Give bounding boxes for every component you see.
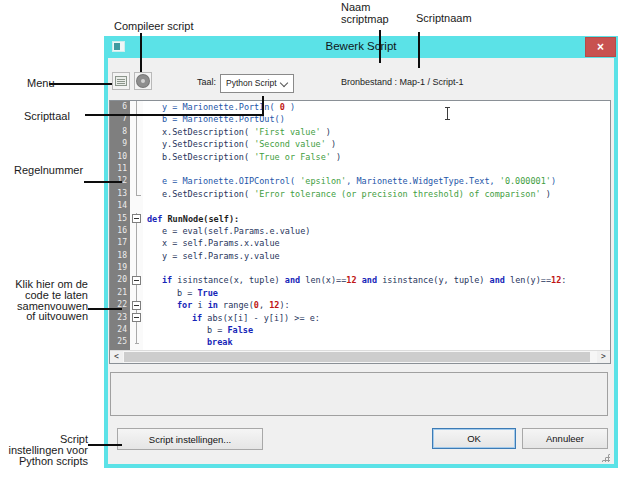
annotation-folder-name-line2: scriptmap xyxy=(341,13,389,25)
code-text: y.SetDescription( 'Second value' ) xyxy=(143,138,336,150)
menu-icon xyxy=(115,76,127,86)
code-line[interactable]: 17x = self.Params.x.value xyxy=(110,237,610,249)
line-number: 9 xyxy=(110,138,130,150)
code-line[interactable]: 23if abs(x[i] - y[i]) >= e: xyxy=(110,312,610,324)
code-line[interactable]: 21b = True xyxy=(110,287,610,299)
output-panel xyxy=(110,372,608,416)
source-file-label: Bronbestand : Map-1 / Script-1 xyxy=(341,77,464,87)
code-line[interactable]: 19 xyxy=(110,262,610,274)
code-line[interactable]: 9y.SetDescription( 'Second value' ) xyxy=(110,138,610,150)
code-line[interactable]: 15def RunNode(self): xyxy=(110,213,610,225)
language-label: Taal: xyxy=(166,77,216,87)
code-text: e.SetDescription( 'Error tolerance (or p… xyxy=(143,188,551,200)
line-number: 6 xyxy=(110,101,130,113)
fold-marker xyxy=(130,225,143,237)
code-line[interactable]: 14 xyxy=(110,200,610,212)
fold-marker xyxy=(130,163,143,175)
annotation-settings-hint-line3: Python scripts xyxy=(0,456,88,467)
dialog-title: Bewerk Script xyxy=(104,40,618,52)
fold-marker xyxy=(130,138,143,150)
line-number: 16 xyxy=(110,225,130,237)
fold-toggle-icon[interactable] xyxy=(130,274,143,286)
fold-toggle-icon[interactable] xyxy=(130,312,143,324)
horizontal-scrollbar[interactable]: < > xyxy=(110,350,610,363)
fold-toggle-icon[interactable] xyxy=(130,213,143,225)
cancel-button[interactable]: Annuleer xyxy=(522,428,608,449)
chevron-down-icon xyxy=(280,79,288,87)
callout-line-folder-name xyxy=(379,30,381,63)
annotation-settings-hint: Script instellingen voor Python scripts xyxy=(0,434,88,466)
line-number: 21 xyxy=(110,287,130,299)
menu-button[interactable] xyxy=(112,72,130,90)
fold-marker xyxy=(130,250,143,262)
line-number: 17 xyxy=(110,237,130,249)
code-line[interactable]: 8x.SetDescription( 'First value' ) xyxy=(110,126,610,138)
code-text: for i in range(0, 12): xyxy=(143,299,290,311)
code-line[interactable]: 13e.SetDescription( 'Error tolerance (or… xyxy=(110,188,610,200)
code-line[interactable]: 20if isinstance(x, tuple) and len(x)==12… xyxy=(110,274,610,286)
annotation-script-name: Scriptnaam xyxy=(416,12,472,24)
annotation-folder-name-line1: Naam xyxy=(341,1,389,13)
callout-line-language-vertical xyxy=(262,96,264,116)
code-line[interactable]: 22for i in range(0, 12): xyxy=(110,299,610,311)
fold-marker xyxy=(130,126,143,138)
annotation-menu: Menu xyxy=(27,77,55,89)
fold-marker xyxy=(130,336,143,348)
code-text: break xyxy=(143,336,233,348)
code-text: if isinstance(x, tuple) and len(x)==12 a… xyxy=(143,274,566,286)
annotation-fold-hint: Klik hier om de code te laten samenvouwe… xyxy=(4,279,88,322)
line-number: 24 xyxy=(110,324,130,336)
text-cursor-pointer xyxy=(444,107,451,120)
bewerk-script-dialog: Bewerk Script × Taal: Python Script Bron… xyxy=(104,36,618,468)
script-settings-button[interactable]: Script instellingen... xyxy=(117,428,263,450)
code-line[interactable]: 16e = eval(self.Params.e.value) xyxy=(110,225,610,237)
code-editor[interactable]: 6y = Marionette.PortIn( 0 )7b = Marionet… xyxy=(109,100,611,364)
fold-marker xyxy=(130,200,143,212)
code-line[interactable]: 18y = self.Params.y.value xyxy=(110,250,610,262)
annotation-compile-script: Compileer script xyxy=(114,20,193,32)
code-text: b = False xyxy=(143,324,253,336)
compile-script-button[interactable] xyxy=(134,72,152,90)
line-number: 14 xyxy=(110,200,130,212)
line-number: 11 xyxy=(110,163,130,175)
line-number: 20 xyxy=(110,274,130,286)
annotation-settings-hint-line2: instellingen voor xyxy=(0,445,88,456)
line-number: 19 xyxy=(110,262,130,274)
figure-canvas: Compileer script Naam scriptmap Scriptna… xyxy=(0,0,621,477)
callout-line-compile xyxy=(140,33,142,72)
fold-marker xyxy=(130,175,143,187)
code-text xyxy=(143,200,147,212)
scroll-right-arrow[interactable]: > xyxy=(597,351,610,363)
code-line[interactable]: 12e = Marionette.OIPControl( 'epsilon', … xyxy=(110,175,610,187)
fold-marker xyxy=(130,287,143,299)
annotation-folder-name: Naam scriptmap xyxy=(341,1,389,25)
callout-line-settings xyxy=(88,444,122,446)
line-number: 23 xyxy=(110,312,130,324)
code-text: y = self.Params.y.value xyxy=(143,250,280,262)
code-text xyxy=(143,262,162,274)
resize-grip[interactable] xyxy=(601,453,610,462)
editor-lines[interactable]: 6y = Marionette.PortIn( 0 )7b = Marionet… xyxy=(110,101,610,350)
code-line[interactable]: 10b.SetDescription( 'True or False' ) xyxy=(110,151,610,163)
fold-marker xyxy=(130,324,143,336)
callout-line-menu xyxy=(49,83,112,85)
code-text: if abs(x[i] - y[i]) >= e: xyxy=(143,312,320,324)
callout-line-script-name xyxy=(418,32,420,68)
line-number: 18 xyxy=(110,250,130,262)
close-button[interactable]: × xyxy=(585,37,616,57)
language-dropdown[interactable]: Python Script xyxy=(220,74,294,93)
titlebar[interactable]: Bewerk Script × xyxy=(104,36,618,58)
code-text: e = Marionette.OIPControl( 'epsilon', Ma… xyxy=(143,175,556,187)
code-line[interactable]: 24b = False xyxy=(110,324,610,336)
scrollbar-thumb[interactable] xyxy=(124,352,590,362)
code-text: x.SetDescription( 'First value' ) xyxy=(143,126,331,138)
ok-button[interactable]: OK xyxy=(432,428,516,449)
code-line[interactable]: 11 xyxy=(110,163,610,175)
language-dropdown-value: Python Script xyxy=(226,78,277,88)
code-line[interactable]: 6y = Marionette.PortIn( 0 ) xyxy=(110,101,610,113)
code-text xyxy=(143,163,162,175)
code-text: def RunNode(self): xyxy=(143,213,239,225)
scroll-left-arrow[interactable]: < xyxy=(110,351,123,363)
fold-toggle-icon[interactable] xyxy=(130,299,143,311)
code-line[interactable]: 25break xyxy=(110,336,610,348)
